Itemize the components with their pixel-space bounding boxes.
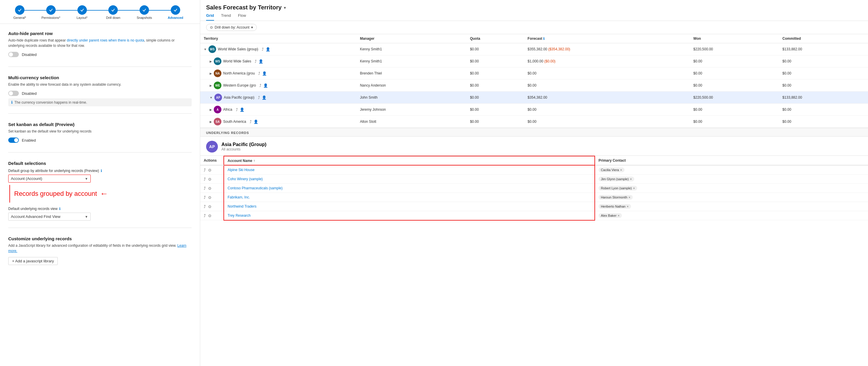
tab-grid[interactable]: Grid: [206, 13, 214, 21]
record-more-icon[interactable]: ⊙: [208, 186, 211, 190]
record-account-name[interactable]: Alpine Ski House: [224, 165, 595, 175]
multi-currency-toggle-label: Disabled: [22, 91, 37, 96]
currency-info-box: ℹ The currency conversion happens in rea…: [8, 98, 192, 106]
view-dropdown[interactable]: Account Advanced Find View ▼: [8, 213, 91, 220]
contact-remove-btn[interactable]: ×: [618, 214, 620, 217]
step-label-layout: Layout*: [76, 16, 88, 20]
expand-wws[interactable]: ▶: [210, 60, 212, 63]
record-more-icon[interactable]: ⊙: [208, 177, 211, 181]
forecast-title-chevron[interactable]: ▾: [284, 5, 286, 10]
add-javascript-button[interactable]: + Add a javascript library: [8, 257, 58, 265]
person-icon-sa[interactable]: 👤: [253, 120, 258, 124]
multi-currency-toggle[interactable]: [8, 91, 19, 96]
share-icon-africa[interactable]: ⤴: [236, 108, 238, 112]
group-dropdown[interactable]: Account (Account) ▼: [8, 175, 91, 183]
expand-na-group[interactable]: ▶: [210, 72, 212, 75]
forecast-na-group: $0.00: [524, 67, 690, 80]
forecast-secondary-wws-group: ($354,382.00): [548, 47, 570, 51]
account-name-link[interactable]: Coho Winery (sample): [227, 177, 262, 181]
contact-remove-btn[interactable]: ×: [629, 195, 630, 199]
record-contact: Robert Lyon (sample) ×: [595, 184, 868, 193]
share-icon-ap-group[interactable]: ⤴: [258, 95, 260, 100]
won-africa: $0.00: [690, 104, 779, 116]
committed-wws: $0.00: [779, 55, 868, 67]
share-icon-wws[interactable]: ⤴: [255, 59, 257, 64]
person-icon-wws-group[interactable]: 👤: [266, 47, 270, 52]
record-row: ⤴ ⊙ Fabrikam, Inc. Haroun Stormonth ×: [200, 193, 868, 202]
territory-name-we-group: Western Europe (gro: [223, 83, 256, 87]
wizard-step-permissions[interactable]: Permissions*: [35, 5, 66, 20]
expand-africa[interactable]: ▶: [210, 108, 212, 111]
quota-sa: $0.00: [466, 116, 524, 128]
person-icon-africa[interactable]: 👤: [240, 108, 244, 112]
committed-we-group: $0.00: [779, 80, 868, 92]
avatar-na-group: NA: [214, 69, 221, 77]
territory-cell-na-group: ▶ NA North America (grou ⤴ 👤: [200, 67, 356, 80]
account-name-link[interactable]: Fabrikam, Inc.: [227, 195, 250, 199]
share-icon-sa[interactable]: ⤴: [250, 120, 252, 124]
auto-hide-desc: Auto-hide duplicate rows that appear dir…: [8, 38, 192, 48]
account-name-link[interactable]: Contoso Pharmaceuticals (sample): [227, 186, 283, 190]
wizard-step-general[interactable]: General*: [4, 5, 35, 20]
record-open-icon[interactable]: ⤴: [204, 177, 206, 181]
record-more-icon[interactable]: ⊙: [208, 195, 211, 200]
share-icon-wws-group[interactable]: ⤴: [262, 47, 264, 52]
wizard-step-layout[interactable]: Layout*: [66, 5, 98, 20]
record-account-name[interactable]: Coho Winery (sample): [224, 175, 595, 184]
record-account-name[interactable]: Northwind Traders: [224, 202, 595, 211]
wizard-step-advanced[interactable]: Advanced: [160, 5, 191, 20]
account-name-link[interactable]: Northwind Traders: [227, 204, 256, 209]
underlying-label: UNDERLYING RECORDS: [206, 131, 249, 134]
contact-remove-btn[interactable]: ×: [633, 186, 635, 190]
record-account-name[interactable]: Fabrikam, Inc.: [224, 193, 595, 202]
contact-remove-btn[interactable]: ×: [620, 168, 622, 172]
committed-wws-group: $133,882.00: [779, 43, 868, 55]
record-open-icon[interactable]: ⤴: [204, 168, 206, 172]
auto-hide-title: Auto-hide parent row: [8, 31, 192, 36]
forecast-row-ap-group: ▼ AP Asia Pacific (group) ⤴ 👤 John Smith…: [200, 92, 868, 104]
col-territory: Territory: [200, 34, 318, 43]
account-name-link[interactable]: Alpine Ski House: [227, 168, 254, 172]
forecast-wws-group: $355,382.00 ($354,382.00): [524, 43, 690, 55]
customize-desc: Add a JavaScript library for advanced co…: [8, 243, 192, 253]
tab-trend[interactable]: Trend: [221, 13, 231, 21]
share-icon-we-group[interactable]: ⤴: [259, 83, 261, 88]
auto-hide-section: Auto-hide parent row Auto-hide duplicate…: [8, 31, 192, 67]
auto-hide-toggle[interactable]: [8, 52, 19, 57]
default-selections-section: Default selections Default group by attr…: [8, 161, 192, 228]
col-quota: Quota: [466, 34, 524, 43]
record-more-icon[interactable]: ⊙: [208, 168, 211, 172]
share-icon-na-group[interactable]: ⤴: [258, 71, 260, 76]
won-ap-group: $220,500.00: [690, 92, 779, 104]
drill-down-button[interactable]: ⊙ Drill down by: Account ▾: [206, 24, 257, 31]
expand-we-group[interactable]: ▶: [210, 84, 212, 87]
record-open-icon[interactable]: ⤴: [204, 204, 206, 209]
wizard-step-snapshots[interactable]: Snapshots: [129, 5, 160, 20]
record-open-icon[interactable]: ⤴: [204, 213, 206, 218]
person-icon-na-group[interactable]: 👤: [262, 71, 267, 76]
expand-sa[interactable]: ▶: [210, 120, 212, 123]
wizard-step-drilldown[interactable]: Drill down: [97, 5, 129, 20]
record-account-name[interactable]: Trey Research: [224, 211, 595, 220]
person-icon-we-group[interactable]: 👤: [263, 83, 268, 88]
tab-flow[interactable]: Flow: [238, 13, 246, 21]
record-open-icon[interactable]: ⤴: [204, 195, 206, 200]
territory-cell-we-group: ▶ WE Western Europe (gro ⤴ 👤: [200, 80, 356, 92]
kanban-toggle[interactable]: [8, 138, 19, 143]
record-account-name[interactable]: Contoso Pharmaceuticals (sample): [224, 184, 595, 193]
record-more-icon[interactable]: ⊙: [208, 204, 211, 209]
expand-ap-group[interactable]: ▼: [210, 96, 213, 99]
account-name-link[interactable]: Trey Research: [227, 213, 251, 218]
territory-cell-wws: ▶ WS World Wide Sales ⤴ 👤: [200, 55, 356, 67]
contact-remove-btn[interactable]: ×: [626, 205, 628, 208]
person-icon-wws[interactable]: 👤: [258, 59, 263, 64]
record-row: ⤴ ⊙ Contoso Pharmaceuticals (sample) Rob…: [200, 184, 868, 193]
default-selections-title: Default selections: [8, 161, 192, 166]
record-open-icon[interactable]: ⤴: [204, 186, 206, 190]
forecast-we-group: $0.00: [524, 80, 690, 92]
expand-wws-group[interactable]: ▼: [204, 48, 207, 51]
contact-remove-btn[interactable]: ×: [630, 177, 631, 181]
contact-name: Jim Glynn (sample): [601, 177, 629, 181]
record-more-icon[interactable]: ⊙: [208, 213, 211, 218]
person-icon-ap-group[interactable]: 👤: [262, 95, 267, 100]
